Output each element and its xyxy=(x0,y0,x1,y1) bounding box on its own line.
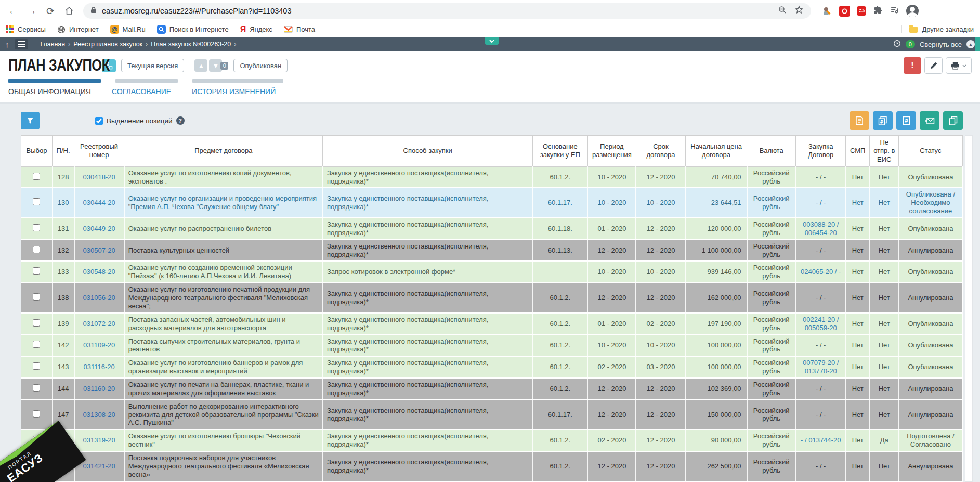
row-checkbox[interactable] xyxy=(33,319,40,327)
current-version-button[interactable]: Текущая версия xyxy=(121,59,184,72)
scroll-top-icon[interactable]: ↑ xyxy=(5,40,9,49)
publish-status-button[interactable]: Опубликован xyxy=(233,59,288,72)
extensions-puzzle-icon[interactable] xyxy=(873,5,883,17)
tab-0[interactable]: ОБЩАЯ ИНФОРМАЦИЯ xyxy=(8,87,91,96)
reg-link[interactable]: 030548-20 xyxy=(83,268,115,276)
help-icon[interactable]: ? xyxy=(176,116,185,125)
prev-version-button[interactable]: ▲ xyxy=(194,59,207,72)
row-checkbox[interactable] xyxy=(33,384,40,392)
reg-link[interactable]: 031109-20 xyxy=(83,341,115,349)
red-circle-extension-icon[interactable] xyxy=(839,6,850,17)
cell-period: 12 - 2020 xyxy=(587,240,636,262)
bookmark-globe[interactable]: Интернет xyxy=(57,25,99,34)
home-icon[interactable] xyxy=(61,3,77,19)
back-icon[interactable]: ← xyxy=(5,3,21,19)
copy-prices-button[interactable]: ₽ xyxy=(873,111,893,130)
forward-icon[interactable]: → xyxy=(24,3,40,19)
table-row: 132030507-20Поставка культурных ценносте… xyxy=(21,240,963,262)
reload-icon[interactable]: ⟳ xyxy=(43,3,58,19)
row-checkbox[interactable] xyxy=(33,362,40,370)
bookmark-yandex[interactable]: ЯЯндекс xyxy=(240,25,272,34)
contract-link[interactable]: 024065-20 / - xyxy=(801,268,841,276)
contract-link[interactable]: - / 013744-20 xyxy=(801,436,841,444)
reg-link[interactable]: 031056-20 xyxy=(83,294,115,302)
profile-avatar[interactable] xyxy=(906,5,919,17)
menu-hamburger-icon[interactable] xyxy=(15,39,28,49)
highlight-positions-checkbox[interactable] xyxy=(95,117,103,125)
tab-1[interactable]: СОГЛАСОВАНИЕ xyxy=(112,87,171,96)
url-input[interactable]: easuz.mosreg.ru/easuz223/#/PurchasePlan?… xyxy=(83,3,811,19)
bookmark-search-q[interactable]: Поиск в Интернете xyxy=(157,25,229,34)
contract-link[interactable]: 003088-20 / 006454-20 xyxy=(803,220,839,237)
contract-link[interactable]: 002241-20 / 005059-20 xyxy=(803,316,839,332)
row-checkbox[interactable] xyxy=(33,173,40,180)
bookmark-star-icon[interactable] xyxy=(794,5,804,17)
cell-reg: 030548-20 xyxy=(74,261,124,283)
cell-method: Закупка у единственного поставщика(испол… xyxy=(323,335,532,357)
reading-list-icon[interactable] xyxy=(890,5,899,17)
side-panel-edge[interactable] xyxy=(975,37,980,51)
breadcrumb-item[interactable]: Реестр планов закупок xyxy=(73,41,142,48)
cell-eis: Нет xyxy=(870,378,899,400)
cell-term: 10 - 2020 xyxy=(636,261,685,283)
row-checkbox[interactable] xyxy=(33,293,40,301)
edit-button[interactable] xyxy=(924,57,943,74)
row-checkbox[interactable] xyxy=(33,198,40,205)
svg-text:₽: ₽ xyxy=(905,118,908,124)
collapse-all-label[interactable]: Свернуть все xyxy=(920,41,962,48)
cell-currency: Российский рубль xyxy=(747,429,796,451)
price-doc-button[interactable]: ₽ xyxy=(896,111,916,130)
bookmark-services-grid[interactable]: Сервисы xyxy=(6,25,46,33)
row-checkbox[interactable] xyxy=(33,267,40,275)
reg-link[interactable]: 031072-20 xyxy=(83,320,115,328)
collapse-all-icon[interactable]: ▲ xyxy=(966,40,975,48)
cell-contract: - / - xyxy=(796,335,846,357)
grammar-extension-icon[interactable] xyxy=(821,6,832,17)
cell-price: 939 146,00 xyxy=(686,261,747,283)
other-bookmarks[interactable]: Другие закладки xyxy=(901,25,974,33)
cell-term: 12 - 2020 xyxy=(636,218,685,240)
row-checkbox[interactable] xyxy=(33,410,40,418)
reg-link[interactable]: 030444-20 xyxy=(83,199,115,206)
cell-term: 03 - 2020 xyxy=(636,356,685,378)
header-expand-notch[interactable] xyxy=(485,37,499,45)
reg-link[interactable]: 031116-20 xyxy=(83,363,114,371)
bookmark-mailru-at[interactable]: @Mail.Ru xyxy=(110,25,146,34)
cell-term: 12 - 2020 xyxy=(636,240,685,262)
other-bookmarks-label: Другие закладки xyxy=(922,25,974,33)
tab-2[interactable]: ИСТОРИЯ ИЗМЕНЕНИЙ xyxy=(192,87,276,96)
copy-button[interactable] xyxy=(943,111,963,130)
zoom-out-icon[interactable] xyxy=(778,5,787,17)
cell-reg: 031308-20 xyxy=(74,400,124,430)
table-row: 128030418-20Оказание услуг по изготовлен… xyxy=(21,166,963,188)
reg-link[interactable]: 031319-20 xyxy=(83,436,115,444)
reg-link[interactable]: 030418-20 xyxy=(83,173,115,181)
send-button[interactable] xyxy=(920,111,939,130)
history-clock-icon[interactable] xyxy=(893,40,901,49)
reg-link[interactable]: 031308-20 xyxy=(83,411,115,419)
reg-link[interactable]: 031421-20 xyxy=(83,462,115,470)
filter-button[interactable] xyxy=(21,112,40,129)
cell-subject: Поставка запасных частей, автомобильных … xyxy=(124,313,323,335)
red-cloud-extension-icon[interactable] xyxy=(857,6,866,16)
table-scrollbar[interactable] xyxy=(965,135,973,482)
reg-link[interactable]: 030449-20 xyxy=(83,225,115,232)
reg-link[interactable]: 031160-20 xyxy=(83,385,115,393)
cell-eis: Нет xyxy=(870,451,899,481)
reg-link[interactable]: 030507-20 xyxy=(83,246,115,254)
row-checkbox[interactable] xyxy=(33,341,40,348)
row-checkbox[interactable] xyxy=(33,224,40,231)
print-button[interactable] xyxy=(946,57,972,74)
cell-select xyxy=(21,400,53,430)
breadcrumb-item[interactable]: Главная xyxy=(41,41,66,48)
row-checkbox[interactable] xyxy=(33,246,40,253)
cell-subject: Оказание услуг по печати на баннерах, пл… xyxy=(124,378,323,400)
cell-price: 70 740,00 xyxy=(686,166,747,188)
report-button[interactable] xyxy=(850,111,869,130)
contract-link[interactable]: 007079-20 / 013770-20 xyxy=(803,359,839,375)
bookmark-mail-envelope[interactable]: Почта xyxy=(284,25,315,33)
cell-contract: - / - xyxy=(796,378,846,400)
breadcrumb-item[interactable]: План закупок №000263-20 xyxy=(151,41,231,48)
alert-button[interactable]: ! xyxy=(904,57,921,74)
cell-select xyxy=(21,240,53,262)
